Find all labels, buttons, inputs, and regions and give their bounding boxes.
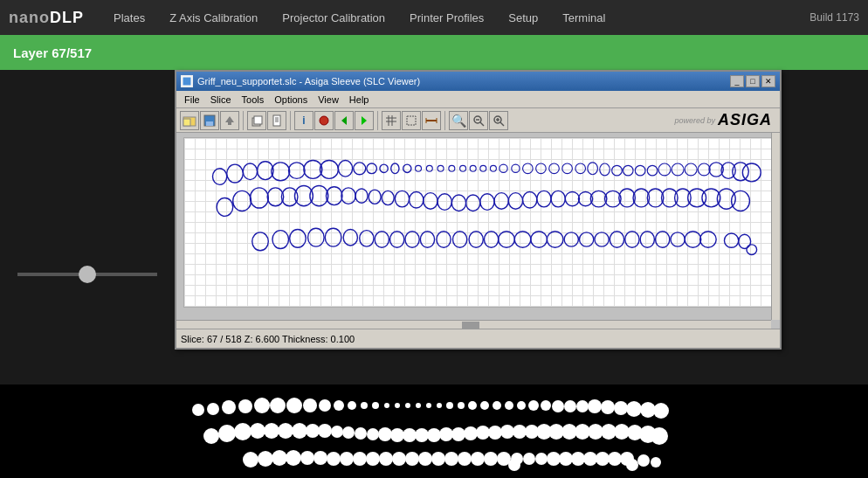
svg-point-247 <box>651 457 661 468</box>
svg-point-136 <box>685 232 701 248</box>
svg-point-152 <box>361 402 368 409</box>
svg-point-126 <box>531 232 548 248</box>
minimize-button[interactable]: _ <box>730 75 744 87</box>
slc-scrollbar-h[interactable] <box>176 320 771 329</box>
svg-point-154 <box>384 403 389 408</box>
svg-point-112 <box>308 228 325 246</box>
svg-point-41 <box>391 163 399 174</box>
close-button[interactable]: ✕ <box>761 75 775 87</box>
svg-point-55 <box>549 163 560 174</box>
svg-point-89 <box>466 195 480 211</box>
slc-status-text: Slice: 67 / 518 Z: 6.600 Thickness: 0.10… <box>181 334 355 344</box>
svg-point-91 <box>494 193 508 210</box>
restore-button[interactable]: □ <box>746 75 760 87</box>
svg-point-56 <box>562 163 573 174</box>
tb-zoom-out-btn[interactable] <box>469 111 488 130</box>
svg-point-49 <box>480 165 486 171</box>
svg-point-134 <box>656 232 670 248</box>
svg-point-232 <box>484 452 498 466</box>
svg-point-245 <box>626 459 638 471</box>
svg-point-188 <box>342 426 355 439</box>
asiga-logo: ASIGA <box>718 111 772 129</box>
svg-point-191 <box>378 427 392 441</box>
svg-point-190 <box>367 428 379 440</box>
svg-point-33 <box>272 163 290 181</box>
menu-help[interactable]: Help <box>344 91 375 108</box>
tb-measure-btn[interactable] <box>422 111 441 130</box>
slc-scroll-thumb[interactable] <box>462 322 479 329</box>
nav-z-axis[interactable]: Z Axis Calibration <box>157 0 270 35</box>
svg-point-30 <box>227 164 244 183</box>
svg-point-109 <box>252 232 269 251</box>
slider-track[interactable] <box>17 273 157 276</box>
nav-projector-cal[interactable]: Projector Calibration <box>270 0 397 35</box>
svg-point-122 <box>469 232 483 248</box>
svg-point-127 <box>547 232 563 248</box>
svg-point-117 <box>390 232 404 248</box>
nav-plates[interactable]: Plates <box>101 0 157 35</box>
svg-point-198 <box>464 426 478 440</box>
svg-point-71 <box>742 163 761 182</box>
main-area: Griff_neu_supportet.slc - Asiga Sleeve (… <box>0 70 868 478</box>
svg-point-166 <box>517 401 526 410</box>
menu-tools[interactable]: Tools <box>237 91 270 108</box>
svg-point-137 <box>700 232 717 248</box>
layer-text: Layer 67/517 <box>13 45 92 60</box>
svg-point-194 <box>415 428 429 442</box>
svg-point-144 <box>238 399 252 413</box>
tb-paste-btn[interactable] <box>267 111 286 130</box>
svg-point-174 <box>614 401 628 415</box>
tb-grid-btn[interactable] <box>382 111 401 130</box>
menu-file[interactable]: File <box>179 91 205 108</box>
tb-group-info: i <box>294 111 374 130</box>
slc-toolbar: i <box>176 108 780 133</box>
svg-point-36 <box>320 161 338 179</box>
tb-sep-1 <box>243 111 244 130</box>
svg-point-241 <box>596 452 610 466</box>
tb-zoom-in-btn[interactable]: 🔍 <box>449 111 468 130</box>
svg-point-173 <box>601 400 615 414</box>
svg-point-60 <box>612 165 623 176</box>
tb-zoom-fit-btn[interactable] <box>489 111 508 130</box>
tb-sep-4 <box>444 111 445 130</box>
svg-point-242 <box>608 452 622 466</box>
svg-point-44 <box>426 165 432 171</box>
nav-printer-profiles[interactable]: Printer Profiles <box>397 0 496 35</box>
svg-point-231 <box>471 452 485 466</box>
slc-scrollbar-v[interactable] <box>771 133 780 320</box>
svg-point-142 <box>207 403 219 415</box>
tb-select-btn[interactable] <box>402 111 421 130</box>
tb-group-view <box>382 111 441 130</box>
svg-point-74 <box>250 188 268 208</box>
tb-red-btn[interactable] <box>314 111 334 130</box>
tb-open-btn[interactable] <box>180 111 199 130</box>
svg-point-220 <box>327 452 341 466</box>
tb-prev-btn[interactable] <box>334 111 354 130</box>
svg-point-213 <box>651 427 668 445</box>
asiga-powered-text: powered by <box>674 116 715 125</box>
tb-arrow-btn[interactable] <box>220 111 239 130</box>
svg-point-185 <box>306 424 320 438</box>
menu-slice[interactable]: Slice <box>205 91 237 108</box>
svg-point-155 <box>395 403 400 408</box>
svg-point-86 <box>424 193 437 210</box>
nav-setup[interactable]: Setup <box>496 0 550 35</box>
tb-info-btn[interactable]: i <box>294 111 313 130</box>
svg-point-130 <box>595 232 609 246</box>
svg-point-52 <box>512 164 520 172</box>
slider-thumb[interactable] <box>79 266 96 283</box>
menu-view[interactable]: View <box>313 91 344 108</box>
nav-terminal[interactable]: Terminal <box>550 0 617 35</box>
svg-point-165 <box>505 401 513 410</box>
menu-options[interactable]: Options <box>269 91 313 108</box>
tb-next-btn[interactable] <box>355 111 374 130</box>
tb-copy-btn[interactable] <box>247 111 266 130</box>
svg-point-29 <box>212 169 226 185</box>
slc-statusbar: Slice: 67 / 518 Z: 6.600 Thickness: 0.10… <box>176 329 780 348</box>
svg-rect-4 <box>206 121 213 126</box>
navbar: nanoDLP Plates Z Axis Calibration Projec… <box>0 0 868 35</box>
tb-save-btn[interactable] <box>200 111 219 130</box>
svg-point-195 <box>427 428 441 442</box>
svg-point-63 <box>647 165 658 176</box>
svg-point-133 <box>640 232 654 248</box>
